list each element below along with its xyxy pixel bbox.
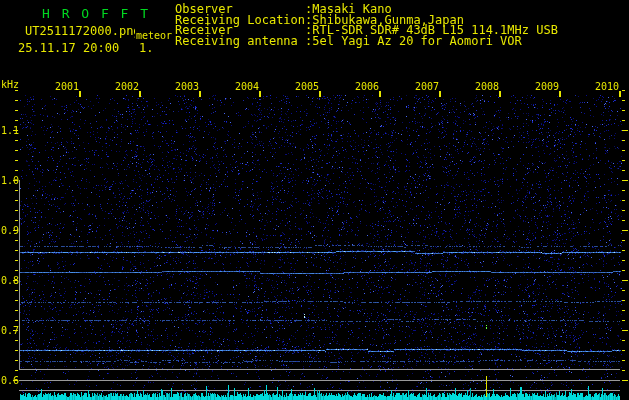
y-axis-minor-tick <box>15 210 18 211</box>
y-axis-minor-tick <box>622 90 625 91</box>
y-axis-minor-tick <box>622 340 625 341</box>
y-axis-minor-tick <box>622 200 625 201</box>
y-axis-minor-tick <box>622 150 625 151</box>
y-axis-minor-tick <box>15 120 18 121</box>
y-axis-minor-tick <box>15 290 18 291</box>
y-axis-major-tick <box>622 180 628 181</box>
y-axis-minor-tick <box>622 310 625 311</box>
y-axis-minor-tick <box>15 200 18 201</box>
y-axis-minor-tick <box>15 340 18 341</box>
y-axis-minor-tick <box>622 240 625 241</box>
y-axis-tick-label: 1.1 <box>1 125 19 136</box>
y-axis-minor-tick <box>15 270 18 271</box>
y-axis-minor-tick <box>15 320 18 321</box>
y-axis-tick-label: 0.6 <box>1 375 19 386</box>
y-axis-major-tick <box>622 330 628 331</box>
y-axis-minor-tick <box>622 120 625 121</box>
y-axis-minor-tick <box>15 350 18 351</box>
y-axis-minor-tick <box>622 360 625 361</box>
y-axis-minor-tick <box>15 160 18 161</box>
y-axis-minor-tick <box>622 160 625 161</box>
y-axis-minor-tick <box>622 320 625 321</box>
y-axis-minor-tick <box>15 110 18 111</box>
y-axis-tick-label: 0.9 <box>1 225 19 236</box>
y-axis-tick-label: 1.0 <box>1 175 19 186</box>
y-axis-minor-tick <box>622 110 625 111</box>
y-axis-minor-tick <box>622 140 625 141</box>
y-axis-minor-tick <box>15 150 18 151</box>
y-axis-minor-tick <box>15 260 18 261</box>
y-axis-minor-tick <box>15 310 18 311</box>
y-axis-minor-tick <box>622 270 625 271</box>
y-axis-minor-tick <box>622 210 625 211</box>
y-axis-minor-tick <box>622 370 625 371</box>
y-axis-minor-tick <box>15 90 18 91</box>
y-axis-minor-tick <box>622 260 625 261</box>
y-axis-minor-tick <box>622 250 625 251</box>
y-axis-major-tick <box>622 280 628 281</box>
y-axis-minor-tick <box>15 140 18 141</box>
hrofft-window: H R O F F T UT2511172000.png meteor 25.1… <box>0 0 629 400</box>
y-axis-major-tick <box>622 130 628 131</box>
y-axis-minor-tick <box>15 370 18 371</box>
y-axis-minor-tick <box>622 190 625 191</box>
y-axis-minor-tick <box>15 170 18 171</box>
y-axis-minor-tick <box>622 100 625 101</box>
y-axis: 1.11.00.90.80.70.6 <box>0 0 629 400</box>
y-axis-minor-tick <box>15 250 18 251</box>
y-axis-major-tick <box>622 380 628 381</box>
y-axis-tick-label: 0.7 <box>1 325 19 336</box>
y-axis-minor-tick <box>15 240 18 241</box>
y-axis-tick-label: 0.8 <box>1 275 19 286</box>
y-axis-minor-tick <box>15 360 18 361</box>
y-axis-minor-tick <box>622 300 625 301</box>
y-axis-major-tick <box>622 230 628 231</box>
y-axis-minor-tick <box>622 170 625 171</box>
y-axis-minor-tick <box>622 220 625 221</box>
y-axis-minor-tick <box>15 190 18 191</box>
y-axis-minor-tick <box>15 300 18 301</box>
y-axis-minor-tick <box>622 290 625 291</box>
y-axis-minor-tick <box>15 220 18 221</box>
y-axis-minor-tick <box>622 350 625 351</box>
y-axis-minor-tick <box>15 100 18 101</box>
